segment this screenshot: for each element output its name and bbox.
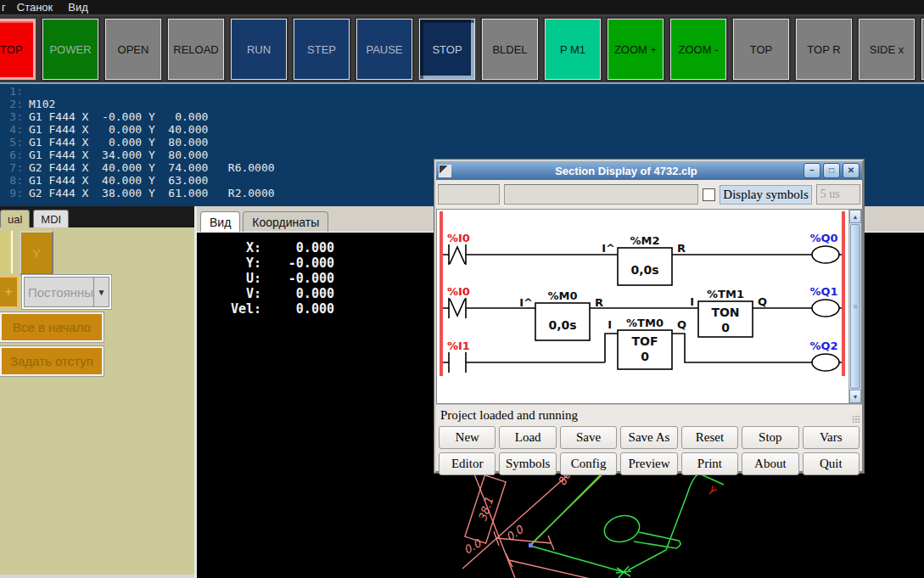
right-power-rail [842, 211, 845, 376]
keyhole-slot [634, 532, 680, 548]
dro-row-v: V:0.000 [227, 286, 334, 301]
menu-item-Станок[interactable]: Станок [9, 1, 61, 14]
window-icon [439, 165, 451, 177]
toolbar-button-power[interactable]: POWER [42, 19, 98, 80]
gcode-line-number: 9: [4, 187, 23, 199]
toolbar-button-pause[interactable]: PAUSE [356, 19, 412, 80]
svg-text:I: I [608, 318, 612, 331]
close-button[interactable]: ✕ [843, 163, 860, 178]
gcode-line-number: 7: [4, 161, 23, 174]
gcode-line-number: 8: [4, 174, 23, 187]
gcode-line-text: G1 F444 X 40.000 Y 63.000 [29, 174, 208, 187]
toolbar-button-side-x[interactable]: SIDE x [859, 19, 915, 80]
dro-row-u: U:-0.000 [227, 271, 334, 286]
config-button[interactable]: Config [560, 452, 617, 475]
save-button[interactable]: Save [560, 426, 617, 449]
preview-button[interactable]: Preview [620, 452, 677, 475]
toolbar-button-stop[interactable]: STOP [419, 19, 475, 80]
svg-text:0,0s: 0,0s [548, 318, 576, 332]
dro-value: 0.000 [261, 240, 334, 255]
scroll-up-icon[interactable]: ▲ [849, 210, 861, 223]
dro-readout: X:0.000Y:-0.000U:-0.000V:0.000Vel:0.000 [227, 240, 334, 317]
gcode-line: 3:G1 F444 X -0.000 Y 0.000 [4, 110, 924, 123]
x-axis-marker [616, 566, 631, 578]
dim-extension-line-2 [462, 474, 568, 569]
scrollbar-thumb[interactable]: ≡ [850, 224, 860, 389]
maximize-button[interactable]: □ [823, 163, 840, 178]
set-offset-button[interactable]: Задать отступ [0, 346, 104, 376]
ladder-canvas[interactable]: %I0 I^ %M2 R 0,0s %Q0 %I0 [436, 209, 862, 404]
load-button[interactable]: Load [499, 426, 556, 449]
gcode-line-text: G1 F444 X 0.000 Y 80.000 [29, 136, 208, 149]
save-as-button[interactable]: Save As [620, 426, 677, 449]
toolbar-button-top-r[interactable]: TOP R [796, 19, 852, 80]
dro-row-vel: Vel:0.000 [227, 301, 334, 317]
stop-button[interactable]: Stop [742, 426, 798, 449]
home-all-button[interactable]: Все в начало [0, 312, 104, 342]
tab-coordinates[interactable]: Координаты [243, 211, 328, 232]
gcode-line-number: 6: [4, 149, 23, 161]
tab-ual[interactable]: ual [0, 210, 30, 227]
ladder-diagram: %I0 I^ %M2 R 0,0s %Q0 %I0 [437, 210, 848, 403]
y-axis-marker: Y [704, 484, 719, 498]
toolbar-button-p-m1[interactable]: P M1 [545, 19, 601, 80]
gcode-line-text: G1 F444 X 34.000 Y 80.000 [29, 149, 208, 161]
axis-x-button-partial[interactable] [0, 231, 13, 273]
feed-mode-dropdown[interactable]: Постоянный ▼ [22, 275, 111, 309]
vars-button[interactable]: Vars [803, 426, 860, 449]
axis-y-button[interactable]: Y [20, 231, 53, 275]
dro-label: Vel: [227, 301, 261, 317]
ladder-status-bar: Project loaded and running [436, 404, 862, 425]
svg-text:%I0: %I0 [447, 285, 470, 298]
ladder-rung-3: %I1 I %TM0 Q TOF 0 %Q2 [443, 317, 842, 373]
dro-value: 0.000 [261, 301, 334, 317]
toolbar-button-open[interactable]: OPEN [105, 19, 161, 80]
toolbar-button-step[interactable]: STEP [294, 19, 350, 80]
jog-plus-button[interactable]: + [0, 276, 19, 308]
quit-button[interactable]: Quit [803, 452, 860, 475]
toolbar-button-run[interactable]: RUN [231, 19, 287, 80]
menu-item-partial[interactable]: г [0, 1, 9, 14]
svg-text:%TM1: %TM1 [707, 288, 744, 300]
svg-text:%Q1: %Q1 [809, 285, 837, 298]
svg-text:0: 0 [641, 350, 649, 363]
tab-mdi[interactable]: MDI [33, 210, 69, 227]
toolbar-button-zoom-[interactable]: ZOOM - [670, 19, 726, 80]
section-name-field[interactable] [504, 184, 698, 205]
toolbar-button-zoom-[interactable]: ZOOM + [608, 19, 664, 80]
svg-text:%M0: %M0 [547, 289, 577, 302]
reset-button[interactable]: Reset [681, 426, 738, 449]
part-outline-left [530, 473, 624, 572]
svg-text:%Q2: %Q2 [809, 340, 837, 352]
display-symbols-checkbox[interactable] [703, 188, 715, 201]
svg-text:Q: Q [758, 295, 767, 308]
ladder-rung-1: %I0 I^ %M2 R 0,0s %Q0 [443, 232, 842, 285]
svg-text:R: R [677, 242, 686, 255]
svg-text:TOF: TOF [631, 334, 658, 348]
chevron-down-icon[interactable]: ▼ [94, 277, 109, 307]
symbols-button[interactable]: Symbols [499, 452, 556, 475]
toolbar-button-top[interactable]: TOP [733, 19, 789, 80]
window-title-bar[interactable]: Section Display of 4732.clp – □ ✕ [436, 161, 862, 180]
about-button[interactable]: About [742, 452, 798, 475]
toolbar-button-bldel[interactable]: BLDEL [482, 19, 538, 80]
print-button[interactable]: Print [681, 452, 738, 475]
ladder-scrollbar[interactable]: ▲ ≡ ▼ [848, 210, 861, 403]
origin-point [529, 543, 533, 547]
menu-item-Вид[interactable]: Вид [60, 1, 96, 14]
gcode-line-number: 1: [4, 85, 23, 98]
toolbar-button-reload[interactable]: RELOAD [168, 19, 224, 80]
new-button[interactable]: New [439, 426, 496, 449]
dim-callout-38-1: 38.1 [465, 475, 506, 543]
section-select-field[interactable] [438, 184, 500, 205]
gcode-line: 5:G1 F444 X 0.000 Y 80.000 [4, 136, 924, 149]
window-title: Section Display of 4732.clp [451, 165, 801, 177]
dim-extension-line-1 [473, 472, 515, 578]
scroll-down-icon[interactable]: ▼ [849, 390, 861, 403]
toolbar-button-stop[interactable]: STOP [0, 19, 36, 80]
tab-view[interactable]: Вид [200, 211, 240, 232]
gcode-line: 1: [4, 85, 924, 98]
resize-grip-icon[interactable] [852, 415, 860, 424]
editor-button[interactable]: Editor [439, 452, 496, 475]
minimize-button[interactable]: – [804, 163, 820, 178]
